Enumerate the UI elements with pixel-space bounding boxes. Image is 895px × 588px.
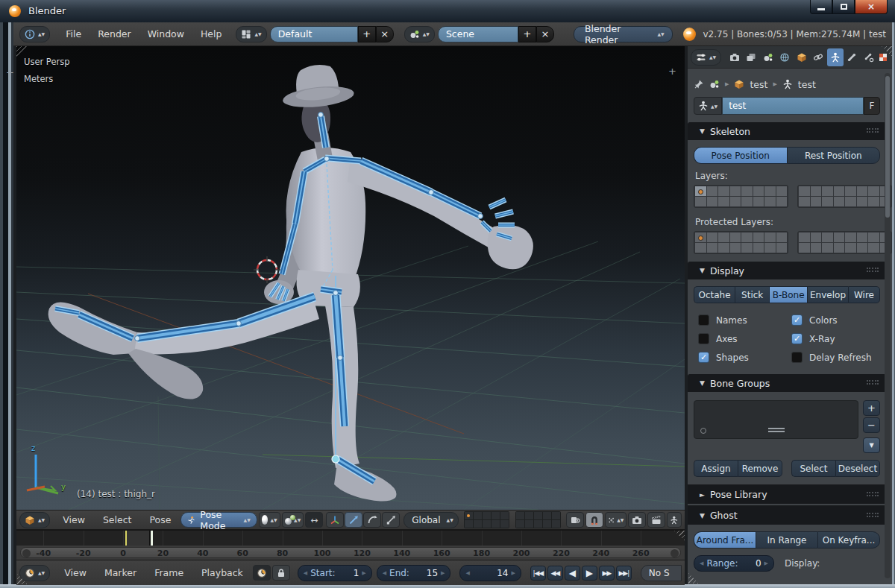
viewport-layers[interactable] (464, 511, 561, 528)
ghost-on-keyframes-button[interactable]: On Keyfra... (817, 531, 880, 549)
opengl-render-anim-button[interactable] (647, 512, 665, 528)
layer-cell[interactable] (845, 243, 856, 253)
layer-cell[interactable] (764, 243, 776, 253)
menu-render[interactable]: Render (90, 28, 139, 39)
menu-playback[interactable]: Playback (193, 567, 251, 578)
tab-bone-constraints[interactable] (861, 48, 876, 66)
layer-cell[interactable] (822, 186, 833, 196)
remove-scene-button[interactable]: × (536, 26, 554, 42)
checkbox-shapes[interactable]: ✓Shapes (694, 348, 787, 367)
close-button[interactable]: × (855, 0, 888, 14)
layer-cell[interactable] (822, 197, 833, 206)
menu-view[interactable]: View (54, 514, 93, 525)
checkbox-x-ray[interactable]: ✓X-Ray (787, 329, 880, 348)
timeline-scrollbar-bar[interactable]: -40-200204060801001201401601802002202402… (20, 547, 681, 558)
scene-selector[interactable]: ▲▼ (404, 26, 435, 42)
layer-cell[interactable] (516, 512, 524, 519)
manipulator-axes-button[interactable] (326, 512, 344, 528)
translate-manipulator-button[interactable] (345, 512, 362, 528)
3d-scene[interactable] (16, 46, 685, 510)
layer-cell[interactable] (811, 243, 822, 253)
range-start-marker[interactable] (125, 531, 127, 546)
layer-cell[interactable] (799, 197, 810, 206)
tab-constraints[interactable] (811, 48, 826, 66)
panel-grip-icon[interactable] (867, 513, 879, 517)
layer-cell[interactable] (834, 197, 845, 206)
breadcrumb-object[interactable]: test (750, 79, 767, 90)
armature-layers-grid-1[interactable] (694, 185, 788, 208)
layer-cell[interactable] (707, 186, 718, 196)
lock-time-toggle[interactable] (272, 565, 290, 581)
tab-armature-data[interactable] (827, 48, 843, 66)
menu-window[interactable]: Window (139, 28, 192, 39)
armature-layers-grid-2[interactable] (797, 185, 892, 208)
scrollbar-thumb[interactable] (885, 76, 890, 218)
layer-cell[interactable] (552, 512, 560, 519)
add-layout-button[interactable]: + (358, 26, 376, 42)
layer-cell[interactable] (799, 186, 810, 196)
layer-cell[interactable] (707, 243, 718, 253)
layer-cell[interactable] (764, 233, 776, 242)
checkbox-box[interactable]: ✓ (698, 333, 709, 344)
tab-world[interactable] (777, 48, 793, 66)
layer-cell[interactable] (799, 243, 810, 253)
drawtype-octahedral-button[interactable]: Octahe (694, 286, 735, 303)
layer-cell[interactable] (776, 243, 788, 253)
layout-name-field[interactable]: Default (270, 26, 358, 42)
layer-cell[interactable] (834, 186, 845, 196)
menu-marker[interactable]: Marker (96, 567, 145, 578)
screen-layout-selector[interactable]: ▲▼ (236, 26, 266, 42)
minimize-button[interactable] (810, 0, 832, 14)
layer-cell[interactable] (730, 186, 741, 196)
viewport-shading-selector[interactable]: ▲▼ (259, 512, 280, 528)
time-cursor-toggle[interactable] (253, 565, 271, 581)
layer-cell[interactable] (799, 233, 810, 242)
checkbox-box[interactable]: ✓ (698, 352, 709, 363)
layer-cell[interactable] (776, 186, 788, 196)
layer-cell[interactable] (552, 520, 560, 528)
3d-cursor[interactable] (254, 256, 280, 283)
layer-cell[interactable] (741, 233, 753, 242)
next-keyframe-button[interactable]: ▶▶ (599, 566, 615, 581)
sync-mode-button[interactable]: No S (641, 565, 682, 581)
editor-type-selector[interactable]: ▲▼ (19, 26, 50, 42)
deselect-button[interactable]: Deselect (835, 460, 880, 477)
layer-cell[interactable] (845, 197, 856, 206)
datablock-type-selector[interactable]: ▲▼ (694, 97, 722, 115)
layer-cell[interactable] (868, 233, 879, 242)
layer-cell[interactable] (718, 243, 729, 253)
pose-copy-button[interactable] (667, 512, 682, 528)
assign-button[interactable]: Assign (694, 460, 738, 477)
tab-render[interactable] (726, 48, 742, 66)
editor-type-selector[interactable]: ▲▼ (691, 49, 721, 66)
panel-grip-icon[interactable] (867, 128, 879, 134)
checkbox-box[interactable]: ✓ (791, 314, 803, 326)
layer-cell[interactable] (543, 512, 551, 519)
layer-cell[interactable] (695, 186, 706, 196)
layer-cell[interactable] (543, 520, 551, 528)
layer-cell[interactable] (741, 243, 753, 253)
layer-cell[interactable] (776, 197, 788, 206)
pin-icon[interactable] (694, 79, 704, 89)
layer-cell[interactable] (857, 243, 868, 253)
layer-cell[interactable] (534, 520, 542, 528)
layer-cell[interactable] (868, 186, 879, 196)
select-button[interactable]: Select (791, 460, 835, 477)
timeline-area[interactable]: -40-200204060801001201401601802002202402… (16, 530, 685, 560)
layer-cell[interactable] (857, 186, 868, 196)
protected-layers-grid-2[interactable] (797, 231, 892, 254)
current-frame-field[interactable]: ◀ 14▶ (459, 565, 521, 581)
mode-selector[interactable]: Pose Mode ▲▼ (180, 512, 257, 528)
layer-cell[interactable] (516, 520, 524, 528)
menu-view[interactable]: View (56, 567, 95, 578)
jump-to-end-button[interactable]: ▶▶| (616, 566, 632, 581)
layer-cell[interactable] (764, 197, 776, 206)
window-titlebar[interactable]: Blender × (0, 0, 895, 22)
display-panel-header[interactable]: ▼ Display (688, 262, 886, 279)
tab-bone[interactable] (844, 48, 860, 66)
checkbox-colors[interactable]: ✓Colors (787, 311, 880, 329)
layer-cell[interactable] (718, 233, 729, 242)
frame-start-field[interactable]: ◀Start: 1▶ (298, 565, 372, 581)
tab-render-layers[interactable] (744, 48, 759, 66)
menu-pose[interactable]: Pose (141, 514, 179, 525)
